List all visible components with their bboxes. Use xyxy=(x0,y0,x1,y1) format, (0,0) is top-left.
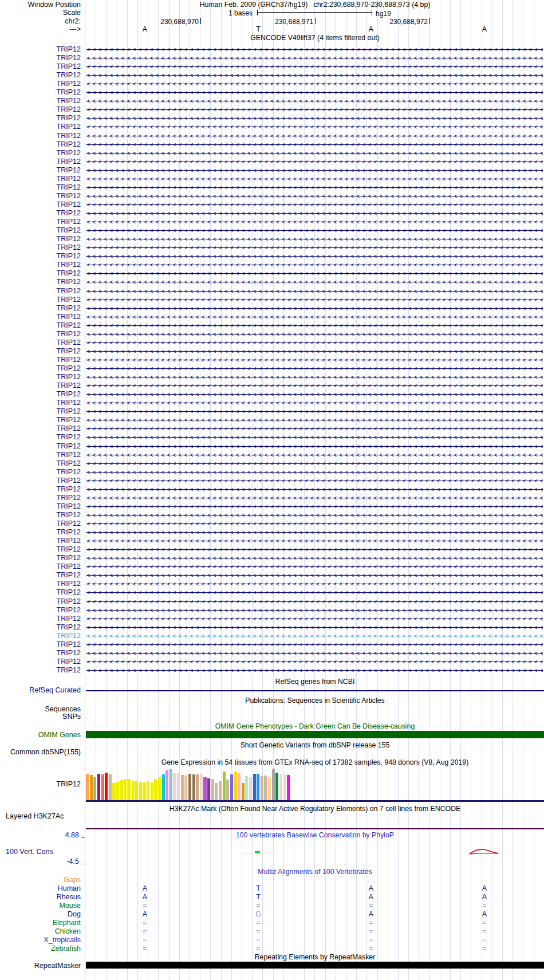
transcript-direction-arrows[interactable]: <<<<<<<<<<<<<<<<<<<<<<<<<<<<<<<<<<<<<<<<… xyxy=(86,606,543,615)
gencode-transcript-row[interactable]: TRIP12<<<<<<<<<<<<<<<<<<<<<<<<<<<<<<<<<<… xyxy=(0,424,544,433)
gene-label[interactable]: TRIP12 xyxy=(0,123,81,131)
gene-label[interactable]: TRIP12 xyxy=(0,339,81,347)
gencode-transcript-row[interactable]: TRIP12<<<<<<<<<<<<<<<<<<<<<<<<<<<<<<<<<<… xyxy=(0,356,544,364)
transcript-direction-arrows[interactable]: <<<<<<<<<<<<<<<<<<<<<<<<<<<<<<<<<<<<<<<<… xyxy=(86,459,543,468)
transcript-direction-arrows[interactable]: <<<<<<<<<<<<<<<<<<<<<<<<<<<<<<<<<<<<<<<<… xyxy=(86,45,543,54)
transcript-direction-arrows[interactable]: <<<<<<<<<<<<<<<<<<<<<<<<<<<<<<<<<<<<<<<<… xyxy=(86,132,543,140)
gtex-tissue-bar[interactable] xyxy=(173,773,176,800)
transcript-direction-arrows[interactable]: <<<<<<<<<<<<<<<<<<<<<<<<<<<<<<<<<<<<<<<<… xyxy=(86,588,543,597)
transcript-direction-arrows[interactable]: <<<<<<<<<<<<<<<<<<<<<<<<<<<<<<<<<<<<<<<<… xyxy=(86,192,543,200)
h3k27ac-track-title[interactable]: H3K27Ac Mark (Often Found Near Active Re… xyxy=(86,805,544,813)
gene-label[interactable]: TRIP12 xyxy=(0,132,81,140)
gencode-transcript-row[interactable]: TRIP12<<<<<<<<<<<<<<<<<<<<<<<<<<<<<<<<<<… xyxy=(0,459,544,468)
transcript-direction-arrows[interactable]: <<<<<<<<<<<<<<<<<<<<<<<<<<<<<<<<<<<<<<<<… xyxy=(86,226,543,235)
transcript-direction-arrows[interactable]: <<<<<<<<<<<<<<<<<<<<<<<<<<<<<<<<<<<<<<<<… xyxy=(86,313,543,321)
species-label[interactable]: X_tropicalis xyxy=(0,936,81,944)
transcript-direction-arrows[interactable]: <<<<<<<<<<<<<<<<<<<<<<<<<<<<<<<<<<<<<<<<… xyxy=(86,580,543,588)
gene-label[interactable]: TRIP12 xyxy=(0,141,81,148)
gencode-transcript-row[interactable]: TRIP12<<<<<<<<<<<<<<<<<<<<<<<<<<<<<<<<<<… xyxy=(0,597,544,606)
gene-label[interactable]: TRIP12 xyxy=(0,598,81,605)
gene-label[interactable]: TRIP12 xyxy=(0,572,81,579)
refseq-curated-item[interactable] xyxy=(86,690,544,691)
phylop-positive-bar[interactable] xyxy=(255,851,260,853)
transcript-direction-arrows[interactable]: <<<<<<<<<<<<<<<<<<<<<<<<<<<<<<<<<<<<<<<<… xyxy=(86,54,543,62)
gene-label[interactable]: TRIP12 xyxy=(0,451,81,459)
transcript-direction-arrows[interactable]: <<<<<<<<<<<<<<<<<<<<<<<<<<<<<<<<<<<<<<<<… xyxy=(86,166,543,175)
gtex-tissue-bar[interactable] xyxy=(279,774,282,800)
gtex-tissue-bar[interactable] xyxy=(101,774,104,800)
gencode-transcript-row[interactable]: TRIP12<<<<<<<<<<<<<<<<<<<<<<<<<<<<<<<<<<… xyxy=(0,347,544,356)
gene-label[interactable]: TRIP12 xyxy=(0,589,81,596)
gencode-transcript-row[interactable]: TRIP12<<<<<<<<<<<<<<<<<<<<<<<<<<<<<<<<<<… xyxy=(0,416,544,424)
gtex-tissue-bar[interactable] xyxy=(135,781,138,800)
gencode-transcript-row[interactable]: TRIP12<<<<<<<<<<<<<<<<<<<<<<<<<<<<<<<<<<… xyxy=(0,485,544,494)
gene-label[interactable]: TRIP12 xyxy=(0,546,81,553)
gene-label[interactable]: TRIP12 xyxy=(0,80,81,88)
transcript-direction-arrows[interactable]: <<<<<<<<<<<<<<<<<<<<<<<<<<<<<<<<<<<<<<<<… xyxy=(86,356,543,364)
gene-label[interactable]: TRIP12 xyxy=(0,54,81,62)
repeatmasker-element-bar[interactable] xyxy=(86,962,544,969)
gencode-transcript-row[interactable]: TRIP12<<<<<<<<<<<<<<<<<<<<<<<<<<<<<<<<<<… xyxy=(0,580,544,588)
phylop-negative-arc[interactable] xyxy=(468,848,499,856)
transcript-direction-arrows[interactable]: <<<<<<<<<<<<<<<<<<<<<<<<<<<<<<<<<<<<<<<<… xyxy=(86,149,543,158)
transcript-direction-arrows[interactable]: <<<<<<<<<<<<<<<<<<<<<<<<<<<<<<<<<<<<<<<<… xyxy=(86,649,543,658)
gene-label[interactable]: TRIP12 xyxy=(0,650,81,657)
transcript-direction-arrows[interactable]: <<<<<<<<<<<<<<<<<<<<<<<<<<<<<<<<<<<<<<<<… xyxy=(86,364,543,373)
gencode-transcript-row[interactable]: TRIP12<<<<<<<<<<<<<<<<<<<<<<<<<<<<<<<<<<… xyxy=(0,373,544,381)
transcript-direction-arrows[interactable]: <<<<<<<<<<<<<<<<<<<<<<<<<<<<<<<<<<<<<<<<… xyxy=(86,537,543,545)
gtex-tissue-bar[interactable] xyxy=(188,774,191,800)
gene-label[interactable]: TRIP12 xyxy=(0,72,81,79)
gtex-tissue-bar[interactable] xyxy=(177,773,180,800)
gene-label[interactable]: TRIP12 xyxy=(0,425,81,432)
gtex-tissue-bar[interactable] xyxy=(116,782,119,800)
gtex-tissue-bar[interactable] xyxy=(97,774,100,800)
gencode-transcript-row[interactable]: TRIP12<<<<<<<<<<<<<<<<<<<<<<<<<<<<<<<<<<… xyxy=(0,114,544,123)
refseq-curated-label[interactable]: RefSeq Curated xyxy=(0,687,81,694)
gene-label[interactable]: TRIP12 xyxy=(0,305,81,312)
gencode-transcript-row[interactable]: TRIP12<<<<<<<<<<<<<<<<<<<<<<<<<<<<<<<<<<… xyxy=(0,175,544,183)
gencode-transcript-row[interactable]: TRIP12<<<<<<<<<<<<<<<<<<<<<<<<<<<<<<<<<<… xyxy=(0,166,544,175)
transcript-direction-arrows[interactable]: <<<<<<<<<<<<<<<<<<<<<<<<<<<<<<<<<<<<<<<<… xyxy=(86,545,543,554)
omim-gene-bar[interactable] xyxy=(86,731,544,738)
gencode-transcript-row[interactable]: TRIP12<<<<<<<<<<<<<<<<<<<<<<<<<<<<<<<<<<… xyxy=(0,54,544,62)
gencode-transcript-row[interactable]: TRIP12<<<<<<<<<<<<<<<<<<<<<<<<<<<<<<<<<<… xyxy=(0,287,544,296)
gencode-transcript-row[interactable]: TRIP12<<<<<<<<<<<<<<<<<<<<<<<<<<<<<<<<<<… xyxy=(0,528,544,537)
gene-label[interactable]: TRIP12 xyxy=(0,554,81,562)
gtex-track-title[interactable]: Gene Expression in 54 tissues from GTEx … xyxy=(86,759,544,766)
gencode-transcript-row[interactable]: TRIP12<<<<<<<<<<<<<<<<<<<<<<<<<<<<<<<<<<… xyxy=(0,105,544,114)
transcript-direction-arrows[interactable]: <<<<<<<<<<<<<<<<<<<<<<<<<<<<<<<<<<<<<<<<… xyxy=(86,502,543,511)
gtex-tissue-bar[interactable] xyxy=(230,774,233,800)
gtex-tissue-bar[interactable] xyxy=(215,783,218,800)
species-label[interactable]: Mouse xyxy=(0,902,81,910)
gencode-transcript-row[interactable]: TRIP12<<<<<<<<<<<<<<<<<<<<<<<<<<<<<<<<<<… xyxy=(0,209,544,218)
gene-label[interactable]: TRIP12 xyxy=(0,416,81,424)
transcript-direction-arrows[interactable]: <<<<<<<<<<<<<<<<<<<<<<<<<<<<<<<<<<<<<<<<… xyxy=(86,218,543,226)
gtex-tissue-bar[interactable] xyxy=(109,774,112,800)
gene-label[interactable]: TRIP12 xyxy=(0,89,81,96)
gencode-transcript-row[interactable]: TRIP12<<<<<<<<<<<<<<<<<<<<<<<<<<<<<<<<<<… xyxy=(0,218,544,226)
gencode-transcript-row[interactable]: TRIP12<<<<<<<<<<<<<<<<<<<<<<<<<<<<<<<<<<… xyxy=(0,296,544,304)
transcript-direction-arrows[interactable]: <<<<<<<<<<<<<<<<<<<<<<<<<<<<<<<<<<<<<<<<… xyxy=(86,451,543,459)
gene-label[interactable]: TRIP12 xyxy=(0,348,81,355)
transcript-direction-arrows[interactable]: <<<<<<<<<<<<<<<<<<<<<<<<<<<<<<<<<<<<<<<<… xyxy=(86,330,543,339)
species-label[interactable]: Chicken xyxy=(0,928,81,935)
transcript-direction-arrows[interactable]: <<<<<<<<<<<<<<<<<<<<<<<<<<<<<<<<<<<<<<<<… xyxy=(86,494,543,502)
gencode-transcript-row[interactable]: TRIP12<<<<<<<<<<<<<<<<<<<<<<<<<<<<<<<<<<… xyxy=(0,511,544,519)
gtex-tissue-bar[interactable] xyxy=(283,774,286,800)
gtex-tissue-bar[interactable] xyxy=(238,773,241,800)
transcript-direction-arrows[interactable]: <<<<<<<<<<<<<<<<<<<<<<<<<<<<<<<<<<<<<<<<… xyxy=(86,554,543,562)
gene-label[interactable]: TRIP12 xyxy=(0,624,81,631)
gtex-tissue-bar[interactable] xyxy=(223,772,226,800)
transcript-direction-arrows[interactable]: <<<<<<<<<<<<<<<<<<<<<<<<<<<<<<<<<<<<<<<<… xyxy=(86,666,543,675)
gene-label[interactable]: TRIP12 xyxy=(0,288,81,295)
gencode-transcript-row[interactable]: TRIP12<<<<<<<<<<<<<<<<<<<<<<<<<<<<<<<<<<… xyxy=(0,399,544,407)
transcript-direction-arrows[interactable]: <<<<<<<<<<<<<<<<<<<<<<<<<<<<<<<<<<<<<<<<… xyxy=(86,252,543,261)
gtex-tissue-bar[interactable] xyxy=(192,774,195,800)
species-label[interactable]: Human xyxy=(0,885,81,892)
gencode-transcript-row[interactable]: TRIP12<<<<<<<<<<<<<<<<<<<<<<<<<<<<<<<<<<… xyxy=(0,390,544,399)
publications-track-title[interactable]: Publications: Sequences in Scientific Ar… xyxy=(86,697,544,705)
transcript-direction-arrows[interactable]: <<<<<<<<<<<<<<<<<<<<<<<<<<<<<<<<<<<<<<<<… xyxy=(86,158,543,166)
transcript-direction-arrows[interactable]: <<<<<<<<<<<<<<<<<<<<<<<<<<<<<<<<<<<<<<<<… xyxy=(86,287,543,296)
transcript-direction-arrows[interactable]: <<<<<<<<<<<<<<<<<<<<<<<<<<<<<<<<<<<<<<<<… xyxy=(86,640,543,649)
gtex-tissue-bar[interactable] xyxy=(200,774,203,800)
